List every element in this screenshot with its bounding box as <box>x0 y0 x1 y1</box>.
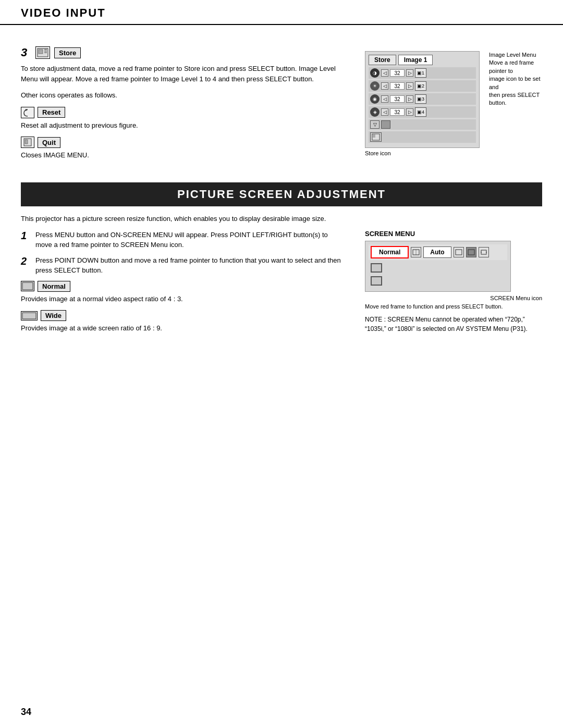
store-diagram-icon <box>370 132 382 142</box>
screen-normal-btn: Normal <box>371 246 409 258</box>
screen-icon-2 <box>454 247 464 257</box>
value-1: 32 <box>390 69 405 77</box>
psa-step2-text: Press POINT DOWN button and move a red f… <box>35 255 344 276</box>
svg-rect-15 <box>468 250 474 255</box>
slot-2: ▣2 <box>415 81 426 91</box>
normal-icon <box>21 281 34 291</box>
normal-text: Provides image at a normal video aspect … <box>21 294 344 304</box>
psa-step1-number: 1 <box>21 230 31 242</box>
arrow-left-4: ◁ <box>381 108 388 116</box>
image-level-menu-area: Store Image 1 ◑ ◁ 32 ▷ ▣1 <box>365 51 542 156</box>
screen-captions: SCREEN Menu icon Move red frame to funct… <box>365 295 542 310</box>
svg-rect-14 <box>456 250 462 255</box>
arrow-left-1: ◁ <box>381 69 388 77</box>
reset-row: Reset <box>21 107 344 118</box>
svg-rect-11 <box>22 313 36 319</box>
screen-icon-3 <box>466 247 476 257</box>
svg-rect-16 <box>481 250 486 254</box>
arrow-left-2: ◁ <box>381 82 388 90</box>
value-4: 32 <box>390 108 405 116</box>
store-step-text: To store adjustment data, move a red fra… <box>21 64 344 84</box>
store-icon <box>35 46 50 59</box>
wide-text: Provides image at a wide screen ratio of… <box>21 323 344 334</box>
arrow-right-2: ▷ <box>406 82 413 90</box>
caption-line4: then press SELECT button. <box>489 92 540 106</box>
svg-rect-9 <box>373 134 375 138</box>
contrast-icon: ◑ <box>370 68 380 78</box>
menu-store-icon-row <box>369 131 476 143</box>
normal-label: Normal <box>38 281 70 292</box>
screen-row2 <box>369 262 507 274</box>
reset-icon <box>21 107 34 118</box>
screen-row3 <box>369 275 507 287</box>
store-right: Store Image 1 ◑ ◁ 32 ▷ ▣1 <box>365 46 542 167</box>
psa-step1-text: Press MENU button and ON-SCREEN MENU wil… <box>35 230 344 250</box>
caption-line1: Image Level Menu <box>489 52 536 58</box>
nav-icon2 <box>381 120 390 129</box>
store-section: 3 Store To store adjustment data, move a… <box>21 46 542 167</box>
psa-body: 1 Press MENU button and ON-SCREEN MENU w… <box>21 230 542 340</box>
screen-icon-1 <box>411 247 421 257</box>
value-2: 32 <box>390 82 405 90</box>
note-text: NOTE : SCREEN Menu cannot be operated wh… <box>365 315 542 334</box>
slot-1: ▣1 <box>415 68 426 78</box>
wide-row: Wide <box>21 310 344 321</box>
nav-icon: ▽ <box>370 120 380 129</box>
psa-intro: This projector has a picture screen resi… <box>21 215 542 223</box>
page-footer: 34 <box>21 707 31 718</box>
step3-header: 3 Store <box>21 46 344 59</box>
value-3: 32 <box>390 95 405 103</box>
psa-left: 1 Press MENU button and ON-SCREEN MENU w… <box>21 230 344 340</box>
menu-row-2: ☀ ◁ 32 ▷ ▣2 <box>369 80 476 92</box>
arrow-left-3: ◁ <box>381 95 388 103</box>
menu-row-4: ◈ ◁ 32 ▷ ▣4 <box>369 106 476 118</box>
page-title: VIDEO INPUT <box>21 6 542 20</box>
caption-line3: image icon to be set and <box>489 76 540 90</box>
wide-label: Wide <box>41 310 66 321</box>
screen-rect-1 <box>371 263 382 273</box>
menu-image-btn: Image 1 <box>398 55 433 65</box>
menu-nav-row: ▽ <box>369 119 476 130</box>
other-icons-text: Other icons operates as follows. <box>21 90 344 101</box>
tint-icon: ◈ <box>370 107 380 117</box>
screen-auto-btn: Auto <box>423 246 451 258</box>
psa-right: SCREEN MENU Normal Auto <box>365 230 542 340</box>
psa-step1-header: 1 Press MENU button and ON-SCREEN MENU w… <box>21 230 344 250</box>
svg-rect-1 <box>39 50 43 54</box>
menu-store-btn: Store <box>369 55 396 65</box>
image-level-diagram: Store Image 1 ◑ ◁ 32 ▷ ▣1 <box>365 51 480 156</box>
caption-line2: Move a red frame pointer to <box>489 59 534 73</box>
main-content: 3 Store To store adjustment data, move a… <box>0 25 563 350</box>
menu-top-bar: Store Image 1 <box>369 55 476 65</box>
image-level-caption: Image Level Menu Move a red frame pointe… <box>489 51 542 107</box>
menu-row-3: ◉ ◁ 32 ▷ ▣3 <box>369 93 476 105</box>
brightness-icon: ☀ <box>370 81 380 91</box>
store-icon-caption: Store icon <box>365 150 480 156</box>
screen-menu-caption: Move red frame to function and press SEL… <box>365 303 542 310</box>
wide-icon <box>21 311 38 320</box>
step3-number: 3 <box>21 46 31 59</box>
store-left: 3 Store To store adjustment data, move a… <box>21 46 344 167</box>
screen-rect-2 <box>371 276 382 286</box>
normal-row: Normal <box>21 281 344 292</box>
screen-menu-diagram: Normal Auto <box>365 241 511 292</box>
screen-menu-bar: Normal Auto <box>369 244 507 260</box>
quit-text: Closes IMAGE MENU. <box>21 150 344 161</box>
quit-label: Quit <box>38 137 60 148</box>
reset-label: Reset <box>38 107 65 118</box>
menu-diagram: Store Image 1 ◑ ◁ 32 ▷ ▣1 <box>365 51 480 148</box>
page-header: VIDEO INPUT <box>0 0 563 25</box>
svg-rect-7 <box>25 140 28 144</box>
slot-3: ▣3 <box>415 94 426 104</box>
svg-rect-10 <box>22 282 33 290</box>
arrow-right-4: ▷ <box>406 108 413 116</box>
arrow-right-1: ▷ <box>406 69 413 77</box>
quit-icon <box>21 137 34 148</box>
store-label: Store <box>54 47 81 58</box>
arrow-right-3: ▷ <box>406 95 413 103</box>
quit-row: Quit <box>21 137 344 148</box>
page-number: 34 <box>21 707 31 717</box>
menu-row-1: ◑ ◁ 32 ▷ ▣1 <box>369 67 476 79</box>
screen-menu-label: SCREEN MENU <box>365 230 542 238</box>
psa-title: PICTURE SCREEN ADJUSTMENT <box>21 182 542 206</box>
